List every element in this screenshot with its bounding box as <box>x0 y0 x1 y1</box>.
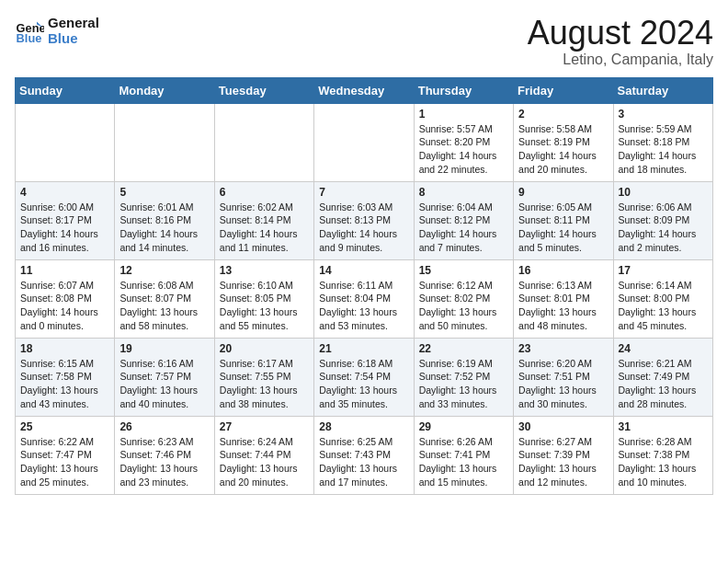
day-info: Sunrise: 6:16 AMSunset: 7:57 PMDaylight:… <box>119 357 209 411</box>
calendar-cell: 29Sunrise: 6:26 AMSunset: 7:41 PMDayligh… <box>414 416 513 494</box>
day-info: Sunrise: 6:14 AMSunset: 8:00 PMDaylight:… <box>619 279 708 333</box>
day-info: Sunrise: 6:25 AMSunset: 7:43 PMDaylight:… <box>319 435 408 489</box>
day-number: 29 <box>419 420 508 433</box>
calendar-cell <box>314 103 414 181</box>
logo-blue: Blue <box>48 30 99 46</box>
day-info: Sunrise: 6:27 AMSunset: 7:39 PMDaylight:… <box>518 435 608 489</box>
calendar-cell <box>16 103 115 181</box>
calendar-cell: 20Sunrise: 6:17 AMSunset: 7:55 PMDayligh… <box>214 338 313 416</box>
calendar-cell: 31Sunrise: 6:28 AMSunset: 7:38 PMDayligh… <box>613 416 712 494</box>
day-number: 30 <box>518 420 608 433</box>
main-title: August 2024 <box>528 15 713 52</box>
day-number: 23 <box>518 342 608 355</box>
subtitle: Letino, Campania, Italy <box>528 52 713 68</box>
day-number: 27 <box>220 420 309 433</box>
day-info: Sunrise: 6:15 AMSunset: 7:58 PMDaylight:… <box>20 357 109 411</box>
calendar-cell: 17Sunrise: 6:14 AMSunset: 8:00 PMDayligh… <box>613 259 712 338</box>
day-number: 19 <box>119 342 209 355</box>
day-number: 11 <box>20 264 109 277</box>
calendar-cell: 19Sunrise: 6:16 AMSunset: 7:57 PMDayligh… <box>115 338 214 416</box>
weekday-header-thursday: Thursday <box>414 77 513 103</box>
day-info: Sunrise: 6:19 AMSunset: 7:52 PMDaylight:… <box>419 357 508 411</box>
day-number: 8 <box>419 186 508 199</box>
day-number: 12 <box>119 264 209 277</box>
logo-general: General <box>48 15 99 30</box>
day-number: 3 <box>619 108 708 121</box>
calendar-cell: 25Sunrise: 6:22 AMSunset: 7:47 PMDayligh… <box>16 416 115 494</box>
weekday-header-saturday: Saturday <box>613 77 712 103</box>
calendar-cell: 10Sunrise: 6:06 AMSunset: 8:09 PMDayligh… <box>613 181 712 259</box>
calendar-cell: 18Sunrise: 6:15 AMSunset: 7:58 PMDayligh… <box>16 338 115 416</box>
day-info: Sunrise: 6:11 AMSunset: 8:04 PMDaylight:… <box>319 279 408 333</box>
day-info: Sunrise: 6:03 AMSunset: 8:13 PMDaylight:… <box>319 201 408 255</box>
day-number: 28 <box>319 420 408 433</box>
calendar-cell: 14Sunrise: 6:11 AMSunset: 8:04 PMDayligh… <box>314 259 414 338</box>
calendar-cell: 23Sunrise: 6:20 AMSunset: 7:51 PMDayligh… <box>514 338 613 416</box>
calendar-cell: 1Sunrise: 5:57 AMSunset: 8:20 PMDaylight… <box>414 103 513 181</box>
header: General Blue General Blue August 2024 Le… <box>15 15 713 68</box>
day-info: Sunrise: 6:18 AMSunset: 7:54 PMDaylight:… <box>319 357 408 411</box>
calendar-cell: 13Sunrise: 6:10 AMSunset: 8:05 PMDayligh… <box>214 259 313 338</box>
day-info: Sunrise: 5:57 AMSunset: 8:20 PMDaylight:… <box>419 122 508 177</box>
calendar-cell: 12Sunrise: 6:08 AMSunset: 8:07 PMDayligh… <box>115 259 214 338</box>
weekday-header-friday: Friday <box>514 77 613 103</box>
day-number: 22 <box>419 342 508 355</box>
day-number: 15 <box>419 264 508 277</box>
calendar-cell: 4Sunrise: 6:00 AMSunset: 8:17 PMDaylight… <box>16 181 115 259</box>
day-number: 25 <box>20 420 109 433</box>
week-row-3: 11Sunrise: 6:07 AMSunset: 8:08 PMDayligh… <box>16 259 713 338</box>
logo: General Blue General Blue <box>15 15 99 46</box>
logo-icon: General Blue <box>15 16 44 45</box>
calendar-cell <box>214 103 313 181</box>
calendar-cell: 26Sunrise: 6:23 AMSunset: 7:46 PMDayligh… <box>115 416 214 494</box>
calendar-cell: 24Sunrise: 6:21 AMSunset: 7:49 PMDayligh… <box>613 338 712 416</box>
day-number: 13 <box>220 264 309 277</box>
day-info: Sunrise: 6:05 AMSunset: 8:11 PMDaylight:… <box>518 201 608 255</box>
day-number: 26 <box>119 420 209 433</box>
week-row-4: 18Sunrise: 6:15 AMSunset: 7:58 PMDayligh… <box>16 338 713 416</box>
calendar-cell: 6Sunrise: 6:02 AMSunset: 8:14 PMDaylight… <box>214 181 313 259</box>
calendar-cell: 5Sunrise: 6:01 AMSunset: 8:16 PMDaylight… <box>115 181 214 259</box>
day-info: Sunrise: 6:17 AMSunset: 7:55 PMDaylight:… <box>220 357 309 411</box>
day-info: Sunrise: 6:02 AMSunset: 8:14 PMDaylight:… <box>220 201 309 255</box>
day-number: 20 <box>220 342 309 355</box>
day-number: 16 <box>518 264 608 277</box>
calendar-cell: 22Sunrise: 6:19 AMSunset: 7:52 PMDayligh… <box>414 338 513 416</box>
weekday-header-row: SundayMondayTuesdayWednesdayThursdayFrid… <box>16 77 713 103</box>
day-number: 24 <box>619 342 708 355</box>
calendar-cell: 8Sunrise: 6:04 AMSunset: 8:12 PMDaylight… <box>414 181 513 259</box>
week-row-2: 4Sunrise: 6:00 AMSunset: 8:17 PMDaylight… <box>16 181 713 259</box>
day-info: Sunrise: 6:08 AMSunset: 8:07 PMDaylight:… <box>119 279 209 333</box>
calendar-cell: 3Sunrise: 5:59 AMSunset: 8:18 PMDaylight… <box>613 103 712 181</box>
day-info: Sunrise: 6:07 AMSunset: 8:08 PMDaylight:… <box>20 279 109 333</box>
calendar-cell: 30Sunrise: 6:27 AMSunset: 7:39 PMDayligh… <box>514 416 613 494</box>
day-number: 1 <box>419 108 508 121</box>
day-number: 14 <box>319 264 408 277</box>
calendar-body: 1Sunrise: 5:57 AMSunset: 8:20 PMDaylight… <box>16 103 713 494</box>
day-info: Sunrise: 6:06 AMSunset: 8:09 PMDaylight:… <box>619 201 708 255</box>
day-info: Sunrise: 6:00 AMSunset: 8:17 PMDaylight:… <box>20 201 109 255</box>
day-info: Sunrise: 5:58 AMSunset: 8:19 PMDaylight:… <box>518 122 608 177</box>
day-info: Sunrise: 6:01 AMSunset: 8:16 PMDaylight:… <box>119 201 209 255</box>
day-info: Sunrise: 6:28 AMSunset: 7:38 PMDaylight:… <box>619 435 708 489</box>
day-info: Sunrise: 6:22 AMSunset: 7:47 PMDaylight:… <box>20 435 109 489</box>
weekday-header-wednesday: Wednesday <box>314 77 414 103</box>
week-row-5: 25Sunrise: 6:22 AMSunset: 7:47 PMDayligh… <box>16 416 713 494</box>
day-number: 5 <box>119 186 209 199</box>
calendar-table: SundayMondayTuesdayWednesdayThursdayFrid… <box>15 77 713 495</box>
calendar-cell: 7Sunrise: 6:03 AMSunset: 8:13 PMDaylight… <box>314 181 414 259</box>
day-info: Sunrise: 6:24 AMSunset: 7:44 PMDaylight:… <box>220 435 309 489</box>
day-info: Sunrise: 6:10 AMSunset: 8:05 PMDaylight:… <box>220 279 309 333</box>
day-number: 6 <box>220 186 309 199</box>
day-info: Sunrise: 6:12 AMSunset: 8:02 PMDaylight:… <box>419 279 508 333</box>
day-info: Sunrise: 6:21 AMSunset: 7:49 PMDaylight:… <box>619 357 708 411</box>
calendar-cell: 28Sunrise: 6:25 AMSunset: 7:43 PMDayligh… <box>314 416 414 494</box>
day-info: Sunrise: 6:20 AMSunset: 7:51 PMDaylight:… <box>518 357 608 411</box>
day-number: 10 <box>619 186 708 199</box>
calendar-cell: 11Sunrise: 6:07 AMSunset: 8:08 PMDayligh… <box>16 259 115 338</box>
title-area: August 2024 Letino, Campania, Italy <box>528 15 713 68</box>
day-number: 9 <box>518 186 608 199</box>
calendar-cell: 9Sunrise: 6:05 AMSunset: 8:11 PMDaylight… <box>514 181 613 259</box>
calendar-cell: 2Sunrise: 5:58 AMSunset: 8:19 PMDaylight… <box>514 103 613 181</box>
calendar-cell: 15Sunrise: 6:12 AMSunset: 8:02 PMDayligh… <box>414 259 513 338</box>
